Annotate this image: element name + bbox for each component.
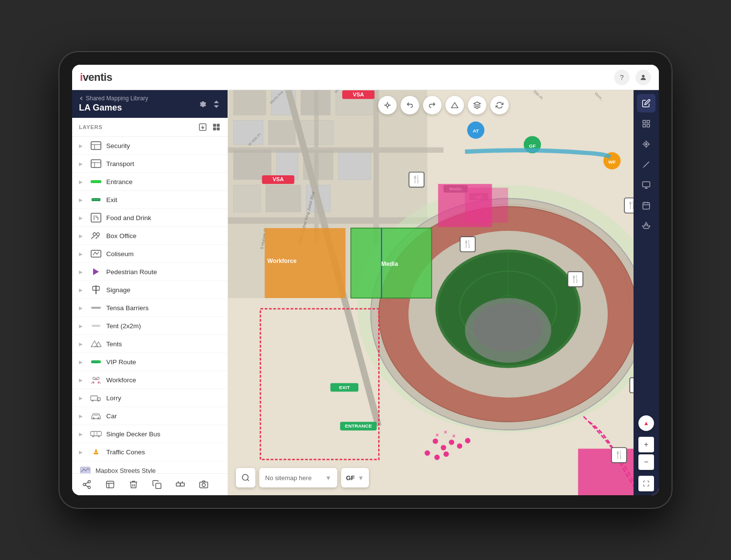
svg-text:GF: GF [529, 143, 536, 149]
expand-button[interactable] [637, 114, 655, 133]
layer-item-coliseum[interactable]: ▶ Coliseum [72, 245, 228, 263]
layer-item-tents[interactable]: ▶ Tents [72, 335, 228, 353]
layer-item-workforce[interactable]: ▶ Workforce [72, 371, 228, 389]
share-icon[interactable] [80, 478, 94, 491]
svg-text:VSA: VSA [353, 92, 364, 97]
sitemap-selector[interactable]: No sitemap here ▼ [259, 468, 337, 487]
undo-button[interactable] [401, 96, 419, 114]
layer-label-transport: Transport [106, 160, 134, 168]
chevron-icon: ▶ [79, 287, 86, 293]
layer-item-transport[interactable]: ▶ Transport [72, 155, 228, 173]
target-button[interactable] [637, 135, 655, 153]
svg-text:AT: AT [473, 128, 479, 133]
floor-selector[interactable]: GF ▼ [341, 468, 369, 487]
calendar-button[interactable] [637, 196, 655, 215]
layer-item-signage[interactable]: ▶ Signage [72, 281, 228, 299]
svg-line-42 [85, 485, 88, 486]
add-layer-icon[interactable] [185, 123, 193, 131]
layer-item-tensa[interactable]: ▶ Tensa Barriers [72, 299, 228, 317]
refresh-button[interactable] [490, 96, 509, 114]
app-window: iventis ? Shared Mapping Library [72, 65, 659, 495]
map-bottom-bar: No sitemap here ▼ GF ▼ [236, 468, 369, 487]
layer-item-car[interactable]: ▶ Car [72, 407, 228, 425]
zoom-in-button[interactable]: + [638, 437, 654, 452]
recycle-button[interactable] [637, 217, 655, 235]
chevron-icon: ▶ [79, 179, 86, 185]
screen-button[interactable] [637, 176, 655, 194]
layer-item-security[interactable]: ▶ Security [72, 137, 228, 155]
back-link[interactable]: Shared Mapping Library [79, 95, 148, 102]
svg-line-43 [85, 482, 88, 484]
user-button[interactable] [635, 70, 651, 85]
layer-item-exit[interactable]: ▶ Exit [72, 191, 228, 209]
layer-item-cones[interactable]: ▶ Traffic Cones [72, 443, 228, 461]
svg-point-40 [83, 484, 86, 486]
trash-icon[interactable] [127, 478, 140, 491]
help-button[interactable]: ? [614, 70, 630, 85]
fullscreen-button[interactable] [638, 476, 654, 491]
layer-item-tent-2x2[interactable]: ▶ Tent (2x2m) [72, 317, 228, 335]
logo-rest: ventis [83, 71, 113, 83]
sitemap-dropdown-icon: ▼ [325, 474, 331, 482]
basemap-row[interactable]: Mapbox Streets Style [72, 461, 228, 473]
svg-point-29 [97, 400, 99, 402]
svg-point-140 [457, 443, 462, 448]
svg-rect-73 [314, 90, 319, 244]
layer-item-box-office[interactable]: ▶ Box Office [72, 227, 228, 245]
tensa-layer-icon [90, 302, 102, 313]
import-icon[interactable] [198, 123, 207, 131]
grid-view-icon[interactable] [212, 123, 221, 131]
map-area[interactable]: W 40th Pl Menlo Ave Vermont Ave Leighton… [228, 90, 659, 495]
chevron-icon: ▶ [79, 251, 86, 257]
info-icon[interactable] [103, 478, 117, 491]
group-icon[interactable] [173, 478, 187, 491]
food-drink-layer-icon [90, 212, 102, 223]
svg-point-28 [92, 400, 94, 402]
layer-item-lorry[interactable]: ▶ Lorry [72, 389, 228, 407]
layer-item-entrance[interactable]: ▶ Entrance [72, 173, 228, 191]
svg-point-144 [443, 451, 449, 457]
chevron-icon: ▶ [79, 449, 86, 455]
draw-triangle-button[interactable] [445, 96, 464, 114]
layer-item-bus[interactable]: ▶ Single Decker Bus [72, 425, 228, 443]
svg-rect-44 [107, 481, 114, 487]
layer-item-food-drink[interactable]: ▶ Food and Drink [72, 209, 228, 227]
main-content: Shared Mapping Library LA Games LAYERS [72, 90, 659, 495]
camera-icon[interactable] [197, 478, 211, 491]
redo-button[interactable] [423, 96, 442, 114]
chevron-icon: ▶ [79, 323, 86, 329]
bus-layer-icon [90, 429, 102, 439]
svg-point-148 [386, 104, 388, 106]
right-toolbar: ▲ + − [634, 90, 659, 495]
transport-layer-icon [90, 158, 102, 169]
app-logo: iventis [80, 71, 112, 84]
box-office-layer-icon [90, 230, 102, 241]
svg-rect-48 [176, 483, 180, 486]
layers-button[interactable] [468, 96, 486, 114]
pencil-button[interactable] [637, 94, 655, 112]
chevron-icon: ▶ [79, 233, 86, 239]
compass-button[interactable]: ▲ [638, 415, 654, 431]
chevron-icon: ▶ [79, 197, 86, 203]
chevron-icon: ▶ [79, 359, 86, 365]
svg-point-142 [424, 450, 430, 456]
vip-route-layer-icon [90, 356, 102, 367]
map-background: W 40th Pl Menlo Ave Vermont Ave Leighton… [228, 90, 659, 495]
workforce-layer-icon [90, 374, 102, 385]
layer-label-tensa: Tensa Barriers [106, 304, 149, 312]
layers-actions [185, 123, 221, 131]
ruler-button[interactable] [637, 155, 655, 174]
svg-point-24 [96, 379, 97, 380]
map-search-button[interactable] [236, 468, 255, 487]
collapse-icon[interactable] [212, 100, 221, 109]
layer-item-pedestrian[interactable]: ▶ Pedestrian Route [72, 263, 228, 281]
zoom-out-button[interactable]: − [638, 454, 654, 470]
settings-icon[interactable] [198, 100, 207, 109]
copy-icon[interactable] [150, 478, 164, 491]
chevron-icon: ▶ [79, 377, 86, 383]
svg-text:✕: ✕ [435, 432, 439, 438]
locate-button[interactable] [378, 96, 397, 114]
layer-item-vip-route[interactable]: ▶ VIP Route [72, 353, 228, 371]
chevron-icon: ▶ [79, 215, 86, 221]
lorry-layer-icon [90, 392, 102, 403]
